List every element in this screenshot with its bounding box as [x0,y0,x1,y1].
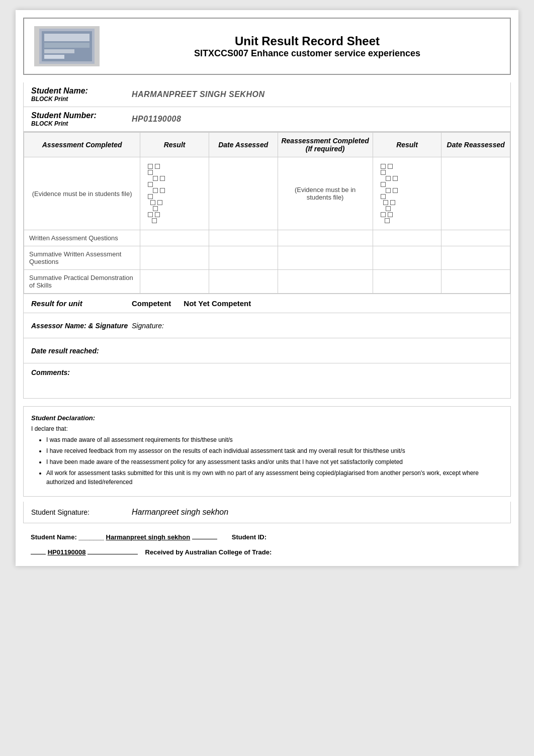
header: Unit Result Record Sheet SITXCCS007 Enha… [23,18,511,75]
reassessment-evidence-label: (Evidence must be in students file) [278,157,373,230]
page: Unit Result Record Sheet SITXCCS007 Enha… [16,10,518,566]
svg-rect-4 [44,49,74,53]
page-subtitle: SITXCCS007 Enhance customer service expe… [115,48,500,59]
table-row-summative-practical: Summative Practical Demonstration of Ski… [24,270,510,294]
footer-underline [192,539,217,539]
reassessment-summative-practical-cell [278,270,373,294]
footer-student-number: HP01190008 [48,548,86,556]
declaration-section: Student Declaration: I declare that: I w… [23,406,511,497]
signature-value: Harmanpreet singh sekhon [132,508,228,517]
page-title: Unit Result Record Sheet [115,34,500,48]
date-result-row: Date result reached: [23,338,511,363]
declaration-title: Student Declaration: [31,414,503,422]
result-unit-label: Result for unit [31,299,132,308]
declaration-item-4: All work for assessment tasks submitted … [46,468,503,487]
footer-student-name-value: Harmanpreet singh sekhon [106,533,191,541]
footer-underline-prefix [31,554,46,554]
footer-line1: Student Name: _______ Harmanpreet singh … [31,533,503,541]
reassessment-summative-written-cell [278,246,373,270]
date2-written-cell [441,230,510,246]
footer-line2: HP01190008 Received by Australian Colleg… [31,548,503,556]
declaration-intro: I declare that: [31,424,503,433]
result2-written-cell [373,230,441,246]
svg-rect-3 [44,43,90,48]
footer-received-label: Received by Australian College of Trade: [145,548,272,556]
competent-label: Competent [132,299,171,308]
footer-student-name-label: Student Name: _______ [31,533,104,541]
student-number-label: Student Number: BLOCK Print [31,111,132,127]
date-written-cell [209,230,278,246]
col-header-assessment: Assessment Completed [24,133,140,157]
reassessment-written-cell [278,230,373,246]
signature-section: Student Signature: Harmanpreet singh sek… [23,502,511,523]
student-name-label: Student Name: BLOCK Print [31,86,132,103]
date-evidence-cell [209,157,278,230]
assessment-written-label: Written Assessment Questions [24,230,140,246]
student-number-value: HP01190008 [132,115,181,124]
comments-row: Comments: [23,363,511,399]
date2-summative-practical-cell [441,270,510,294]
table-row-written: Written Assessment Questions [24,230,510,246]
footer-underline-suffix [87,554,138,554]
declaration-text: I declare that: I was made aware of all … [31,424,503,487]
assessor-value: Signature: [132,322,164,330]
assessor-row: Assessor Name: & Signature Signature: [23,313,511,338]
not-yet-label: Not Yet Competent [184,299,251,308]
declaration-item-1: I was made aware of all assessment requi… [46,435,503,444]
declaration-list: I was made aware of all assessment requi… [46,435,503,487]
checkbox-grid-1 [145,161,204,226]
date-summative-practical-cell [209,270,278,294]
declaration-item-3: I have been made aware of the reassessme… [46,457,503,466]
assessment-table: Assessment Completed Result Date Assesse… [23,132,511,294]
result-unit-value: Competent Not Yet Competent [132,299,251,308]
date2-summative-written-cell [441,246,510,270]
logo [34,26,100,66]
student-number-row: Student Number: BLOCK Print HP01190008 [24,107,510,132]
col-header-reassessment: Reassessment Completed (If required) [278,133,373,157]
table-row-evidence: (Evidence must be in students file) [24,157,510,230]
result-evidence-cell [140,157,209,230]
signature-label: Student Signature: [31,508,122,516]
comments-label: Comments: [31,368,132,376]
declaration-item-2: I have received feedback from my assesso… [46,446,503,455]
assessment-evidence-label: (Evidence must be in students file) [24,157,140,230]
header-text: Unit Result Record Sheet SITXCCS007 Enha… [115,34,500,59]
footer-student-id-label: Student ID: [232,533,266,541]
assessor-label: Assessor Name: & Signature [31,322,132,330]
col-header-result2: Result [373,133,441,157]
result2-evidence-cell [373,157,441,230]
result-written-cell [140,230,209,246]
student-name-value: HARMANPREET SINGH SEKHON [132,90,264,99]
student-info: Student Name: BLOCK Print HARMANPREET SI… [23,82,511,132]
result2-summative-written-cell [373,246,441,270]
assessment-summative-written-label: Summative Written Assessment Questions [24,246,140,270]
svg-rect-5 [44,55,64,59]
date2-evidence-cell [441,157,510,230]
result2-summative-practical-cell [373,270,441,294]
svg-rect-2 [44,34,90,41]
col-header-date: Date Assessed [209,133,278,157]
footer-section: Student Name: _______ Harmanpreet singh … [23,533,511,556]
student-name-row: Student Name: BLOCK Print HARMANPREET SI… [24,82,510,107]
checkbox-grid-2 [378,161,436,226]
assessment-summative-practical-label: Summative Practical Demonstration of Ski… [24,270,140,294]
col-header-date2: Date Reassessed [441,133,510,157]
col-header-result: Result [140,133,209,157]
result-unit-row: Result for unit Competent Not Yet Compet… [23,294,511,313]
date-summative-written-cell [209,246,278,270]
table-row-summative-written: Summative Written Assessment Questions [24,246,510,270]
date-result-label: Date result reached: [31,347,132,355]
result-summative-practical-cell [140,270,209,294]
result-summative-written-cell [140,246,209,270]
